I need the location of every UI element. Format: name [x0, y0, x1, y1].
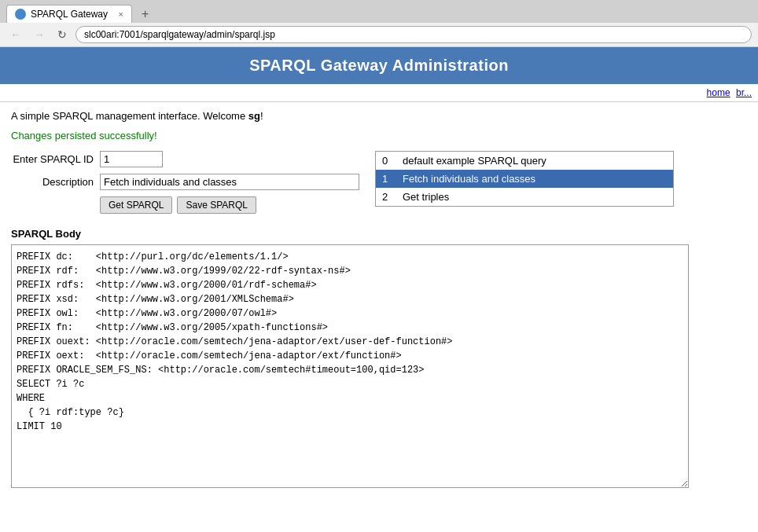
query-list-item[interactable]: 2Get triples [376, 188, 673, 206]
query-label: Get triples [403, 191, 449, 203]
back-button[interactable]: ← [6, 27, 25, 42]
form-and-list: Enter SPARQL ID Description Get SPARQL S… [11, 151, 747, 214]
query-number: 0 [382, 155, 395, 167]
id-row: Enter SPARQL ID [11, 151, 359, 167]
sparql-body-label: SPARQL Body [11, 228, 747, 240]
query-number: 1 [382, 173, 395, 185]
welcome-suffix: ! [260, 110, 263, 122]
query-list-item[interactable]: 0default example SPARQL query [376, 152, 673, 170]
query-list-item[interactable]: 1Fetch individuals and classes [376, 170, 673, 188]
refresh-button[interactable]: ↻ [53, 27, 71, 42]
username: sg [248, 110, 260, 122]
page-header: SPARQL Gateway Administration [0, 47, 758, 84]
form-section: Enter SPARQL ID Description Get SPARQL S… [11, 151, 359, 214]
button-row: Get SPARQL Save SPARQL [100, 196, 359, 214]
get-sparql-button[interactable]: Get SPARQL [100, 196, 172, 214]
welcome-prefix: A simple SPARQL management interface. We… [11, 110, 248, 122]
page-title: SPARQL Gateway Administration [249, 57, 509, 74]
desc-row: Description [11, 174, 359, 190]
description-input[interactable] [100, 174, 359, 190]
sparql-body-section: SPARQL Body [11, 228, 747, 490]
page-body: A simple SPARQL management interface. We… [0, 102, 758, 498]
active-tab[interactable]: SPARQL Gateway × [6, 5, 132, 23]
tab-favicon [15, 9, 26, 20]
browser-chrome: SPARQL Gateway × + ← → ↻ [0, 0, 758, 47]
nav-bar: ← → ↻ [0, 23, 758, 47]
query-label: default example SPARQL query [403, 155, 546, 167]
welcome-text: A simple SPARQL management interface. We… [11, 110, 747, 122]
id-label: Enter SPARQL ID [11, 153, 94, 165]
success-message: Changes persisted successfully! [11, 130, 747, 141]
sparql-id-input[interactable] [100, 151, 163, 167]
address-bar[interactable] [75, 26, 752, 43]
tab-bar: SPARQL Gateway × + [0, 0, 758, 23]
save-sparql-button[interactable]: Save SPARQL [177, 196, 256, 214]
desc-label: Description [11, 176, 94, 188]
query-number: 2 [382, 191, 395, 203]
sparql-body-textarea[interactable] [11, 244, 689, 488]
tab-close-btn[interactable]: × [119, 9, 123, 19]
query-list: 0default example SPARQL query1Fetch indi… [375, 151, 674, 207]
breadcrumb-link[interactable]: br... [736, 87, 752, 98]
top-nav: home br... [0, 84, 758, 102]
forward-button[interactable]: → [30, 27, 49, 42]
query-label: Fetch individuals and classes [403, 173, 535, 185]
home-link[interactable]: home [707, 87, 730, 98]
tab-label: SPARQL Gateway [31, 9, 108, 20]
new-tab-button[interactable]: + [135, 6, 155, 23]
